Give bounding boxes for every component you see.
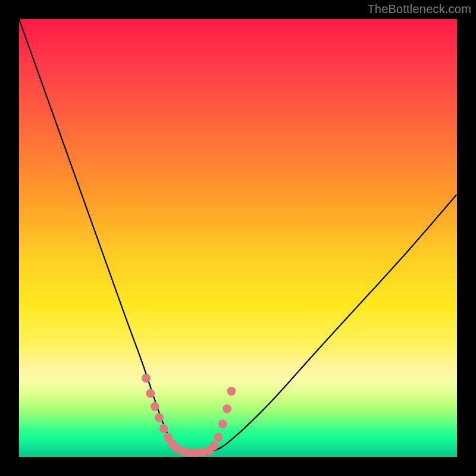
curve-marker: [155, 413, 164, 422]
curve-marker: [223, 405, 231, 414]
curve-marker: [218, 419, 227, 428]
curve-marker: [142, 374, 151, 383]
watermark-text: TheBottleneck.com: [367, 2, 471, 16]
curve-markers: [142, 374, 236, 457]
bottleneck-curve: [19, 19, 457, 453]
chart-frame: TheBottleneck.com: [0, 0, 476, 476]
chart-svg: [19, 19, 457, 457]
curve-marker: [151, 402, 159, 411]
curve-marker: [209, 441, 218, 450]
chart-plot-area: [19, 19, 457, 457]
curve-marker: [227, 387, 236, 396]
curve-marker: [146, 389, 155, 398]
curve-marker: [214, 433, 223, 441]
curve-marker: [159, 424, 168, 433]
